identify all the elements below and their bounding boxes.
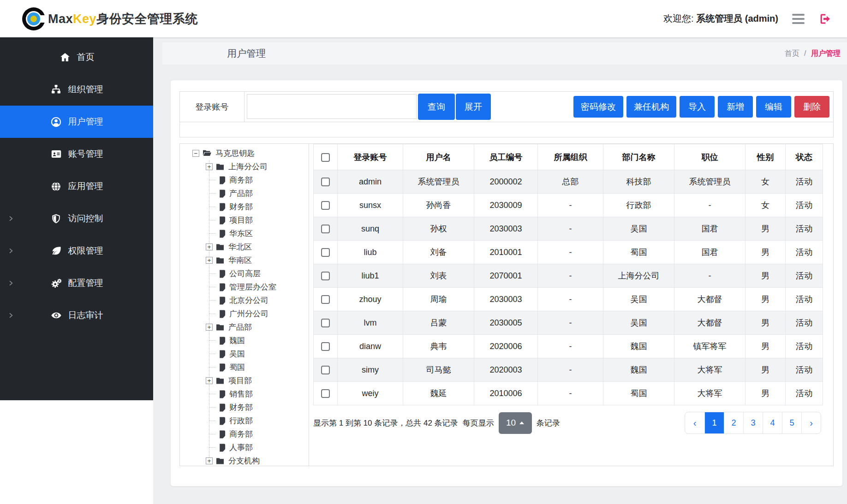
column-header[interactable]: 用户名: [403, 144, 474, 170]
page-3-button[interactable]: 3: [743, 412, 763, 433]
tree-node[interactable]: 行政部: [206, 414, 309, 427]
brand[interactable]: MaxKey身份安全管理系统: [22, 7, 198, 30]
row-checkbox[interactable]: [321, 225, 330, 233]
table-cell: 上海分公司: [603, 264, 674, 288]
tree-node[interactable]: +上海分公司: [206, 160, 309, 173]
change-password-button[interactable]: 密码修改: [573, 96, 623, 118]
tree-node[interactable]: 管理层办公室: [206, 280, 309, 294]
tree-node[interactable]: +华南区: [206, 254, 309, 267]
tree-expander-plus-icon[interactable]: +: [206, 377, 213, 384]
table-cell: 大都督: [674, 288, 746, 311]
table-cell: -: [538, 264, 603, 288]
page-prev-button[interactable]: ‹: [685, 412, 704, 433]
row-checkbox[interactable]: [321, 366, 330, 374]
tree-connector-stub: [209, 407, 215, 408]
tree-expander-plus-icon[interactable]: +: [206, 257, 213, 264]
sidebar-item-account-management[interactable]: 账号管理: [0, 138, 153, 170]
row-checkbox[interactable]: [321, 272, 330, 280]
column-header[interactable]: 部门名称: [603, 144, 674, 170]
checkbox-cell: [314, 194, 338, 217]
logout-icon[interactable]: [818, 12, 831, 25]
column-header[interactable]: 职位: [674, 144, 746, 170]
row-checkbox[interactable]: [321, 342, 330, 351]
tree-expander-plus-icon[interactable]: +: [206, 163, 213, 170]
row-checkbox[interactable]: [321, 201, 330, 210]
sidebar-item-user-management[interactable]: 用户管理: [0, 106, 153, 138]
tree-node[interactable]: 吴国: [206, 347, 309, 361]
sidebar-item-access-control[interactable]: 访问控制: [0, 202, 153, 235]
row-checkbox[interactable]: [321, 178, 330, 186]
tree-node[interactable]: 广州分公司: [206, 307, 309, 320]
tree-expander-plus-icon[interactable]: +: [206, 243, 213, 250]
tree-node[interactable]: +华北区: [206, 240, 309, 254]
sidebar-item-home[interactable]: 首页: [0, 41, 153, 73]
column-header[interactable]: 登录账号: [338, 144, 403, 170]
page-2-button[interactable]: 2: [724, 412, 743, 433]
sidebar-item-app-management[interactable]: 应用管理: [0, 170, 153, 202]
table-row[interactable]: weiy魏延2010006-蜀国大将军男活动: [314, 382, 823, 405]
add-button[interactable]: 新增: [718, 96, 753, 118]
row-checkbox[interactable]: [321, 248, 330, 257]
tree-node[interactable]: 销售部: [206, 387, 309, 401]
column-header[interactable]: 所属组织: [538, 144, 603, 170]
page-5-button[interactable]: 5: [782, 412, 801, 433]
sidebar-item-permission-management[interactable]: 权限管理: [0, 235, 153, 267]
tree-node[interactable]: 商务部: [206, 427, 309, 441]
column-header[interactable]: 性别: [746, 144, 786, 170]
tree-node[interactable]: 魏国: [206, 334, 309, 347]
sidebar-item-log-audit[interactable]: 日志审计: [0, 299, 153, 332]
edit-button[interactable]: 编辑: [756, 96, 791, 118]
tree-node[interactable]: +分支机构: [206, 454, 309, 466]
tree-node[interactable]: 财务部: [206, 200, 309, 213]
table-row[interactable]: dianw典韦2020006-魏国镇军将军男活动: [314, 335, 823, 358]
tree-node[interactable]: 产品部: [206, 187, 309, 200]
expand-button[interactable]: 展开: [456, 94, 491, 120]
tree-node[interactable]: 商务部: [206, 173, 309, 187]
row-checkbox[interactable]: [321, 295, 330, 304]
table-row[interactable]: liub刘备2010001-蜀国国君男活动: [314, 241, 823, 264]
table-row[interactable]: zhouy周瑜2030003-吴国大都督男活动: [314, 288, 823, 311]
table-row[interactable]: sunsx孙尚香2030009-行政部-女活动: [314, 194, 823, 217]
sidebar-item-config-management[interactable]: 配置管理: [0, 267, 153, 299]
tree-expander-plus-icon[interactable]: +: [206, 457, 213, 464]
column-header[interactable]: 状态: [786, 144, 823, 170]
tree-node[interactable]: 项目部: [206, 213, 309, 227]
tree-node[interactable]: +项目部: [206, 374, 309, 387]
tree-expander-plus-icon[interactable]: +: [206, 324, 213, 331]
import-button[interactable]: 导入: [680, 96, 715, 118]
tree-node[interactable]: 公司高层: [206, 267, 309, 280]
tree-node-label: 产品部: [228, 322, 252, 332]
table-row[interactable]: lvm吕蒙2030005-吴国大都督男活动: [314, 311, 823, 335]
table-row[interactable]: simy司马懿2020003-魏国大将军男活动: [314, 358, 823, 382]
adjunct-org-button[interactable]: 兼任机构: [626, 96, 676, 118]
tree-node[interactable]: −马克思钥匙: [192, 147, 309, 160]
login-account-input[interactable]: [247, 94, 417, 119]
breadcrumb: 首页 / 用户管理: [785, 49, 841, 59]
page-size-dropdown[interactable]: 10: [499, 412, 532, 434]
select-all-checkbox[interactable]: [321, 153, 330, 162]
table-row[interactable]: liub1刘表2070001-上海分公司-男活动: [314, 264, 823, 288]
menu-toggle-icon[interactable]: [790, 12, 806, 26]
tree-node[interactable]: +产品部: [206, 320, 309, 334]
row-checkbox[interactable]: [321, 319, 330, 327]
tree-node[interactable]: 北京分公司: [206, 294, 309, 307]
page-1-button[interactable]: 1: [704, 412, 724, 433]
tree-node[interactable]: 华东区: [206, 227, 309, 240]
column-header[interactable]: 员工编号: [474, 144, 538, 170]
row-checkbox[interactable]: [321, 389, 330, 398]
tree-node-label: 行政部: [229, 415, 253, 426]
table-cell: 大将军: [674, 358, 746, 382]
sidebar-item-org-management[interactable]: 组织管理: [0, 73, 153, 106]
page-next-button[interactable]: ›: [801, 412, 821, 433]
tree-node[interactable]: 蜀国: [206, 361, 309, 374]
tree-expander-minus-icon[interactable]: −: [192, 150, 199, 157]
delete-button[interactable]: 删除: [794, 96, 829, 118]
table-row[interactable]: admin系统管理员2000002总部科技部系统管理员女活动: [314, 170, 823, 194]
table-cell: 2010001: [474, 241, 538, 264]
tree-node[interactable]: 财务部: [206, 401, 309, 414]
tree-node[interactable]: 人事部: [206, 441, 309, 454]
page-4-button[interactable]: 4: [763, 412, 782, 433]
query-button[interactable]: 查询: [418, 94, 455, 120]
table-row[interactable]: sunq孙权2030003-吴国国君男活动: [314, 217, 823, 241]
breadcrumb-home-link[interactable]: 首页: [785, 49, 799, 57]
